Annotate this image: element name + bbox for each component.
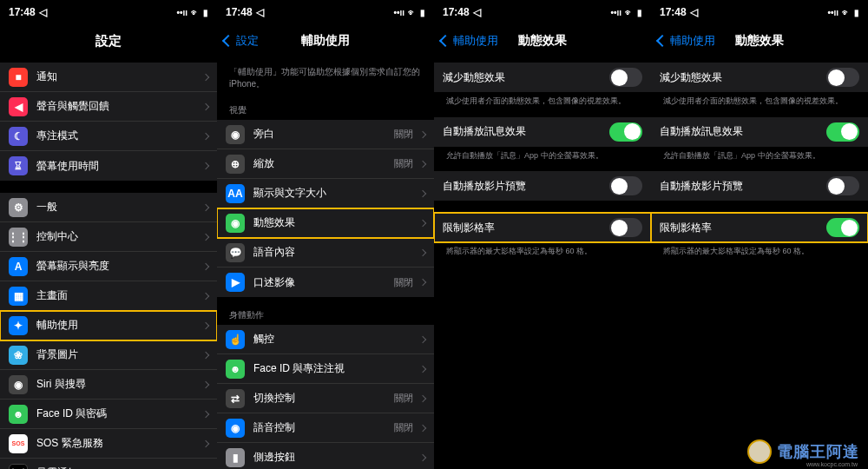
row-label: 聲音與觸覺回饋 <box>36 99 200 114</box>
row-label: 觸控 <box>253 332 417 347</box>
settings-row[interactable]: ▦主畫面 <box>0 281 217 311</box>
signal-icon: ••ıı <box>827 8 838 17</box>
settings-row[interactable]: ▮側邊按鈕 <box>217 443 434 469</box>
reduce-motion-toggle[interactable] <box>826 68 859 87</box>
settings-row[interactable]: ◉Siri 與搜尋 <box>0 370 217 400</box>
chevron-right-icon <box>419 424 426 431</box>
limit-framerate-row[interactable]: 限制影格率 <box>651 213 868 242</box>
motion-group-2: 自動播放訊息效果 <box>434 117 651 147</box>
row-value: 關閉 <box>394 392 413 405</box>
settings-row[interactable]: ⌛︎螢幕使用時間 <box>0 151 217 181</box>
autoplay-message-toggle[interactable] <box>609 122 642 142</box>
reduce-motion-footer: 減少使用者介面的動態效果，包含圖像的視差效果。 <box>651 92 868 112</box>
chevron-right-icon <box>419 130 426 137</box>
status-bar: 17:48 ◁ ••ıı ᯤ ▮ <box>0 0 217 24</box>
chevron-right-icon <box>202 380 209 387</box>
autoplay-message-row[interactable]: 自動播放訊息效果 <box>651 117 868 147</box>
back-button[interactable]: 輔助使用 <box>441 33 498 49</box>
row-label: 通知 <box>36 69 200 84</box>
row-icon: ☻ <box>9 405 28 424</box>
reduce-motion-row[interactable]: 減少動態效果 <box>434 63 651 92</box>
motion-group-4: 限制影格率 <box>651 213 868 242</box>
chevron-right-icon <box>202 73 209 80</box>
settings-row[interactable]: ⋮⋮控制中心 <box>0 222 217 252</box>
settings-row[interactable]: ■通知 <box>0 63 217 92</box>
limit-framerate-footer: 將顯示器的最大影格率設定為每秒 60 格。 <box>434 242 651 262</box>
row-label: 動態效果 <box>253 215 417 230</box>
page-title: 動態效果 <box>735 33 784 49</box>
settings-row[interactable]: ⋮⋮暴露通知 <box>0 459 217 469</box>
reduce-motion-toggle[interactable] <box>609 68 642 87</box>
settings-row[interactable]: ◀︎聲音與觸覺回饋 <box>0 92 217 122</box>
settings-row[interactable]: 💬語音內容 <box>217 238 434 268</box>
chevron-right-icon <box>202 203 209 210</box>
limit-framerate-toggle[interactable] <box>826 218 859 237</box>
chevron-right-icon <box>202 410 209 417</box>
reduce-motion-row[interactable]: 減少動態效果 <box>651 63 868 92</box>
back-button[interactable]: 輔助使用 <box>658 33 715 49</box>
autoplay-video-row[interactable]: 自動播放影片預覽 <box>434 171 651 201</box>
row-label: 旁白 <box>253 127 394 142</box>
row-label: 縮放 <box>253 156 394 171</box>
motion-group-3: 自動播放影片預覽 <box>434 171 651 201</box>
settings-row[interactable]: ⊕縮放關閉 <box>217 149 434 179</box>
watermark: 電腦王阿達 www.kocpc.com.tw <box>747 439 859 464</box>
row-icon: ⌛︎ <box>9 156 28 175</box>
settings-row[interactable]: ☾專注模式 <box>0 122 217 151</box>
row-label: Face ID 與專注注視 <box>253 361 417 376</box>
chevron-right-icon <box>202 321 209 328</box>
row-label: 主畫面 <box>36 288 200 303</box>
back-label: 輔助使用 <box>453 33 498 49</box>
settings-row[interactable]: ☝觸控 <box>217 325 434 354</box>
chevron-right-icon <box>202 439 209 446</box>
settings-row[interactable]: ▶口述影像關閉 <box>217 268 434 297</box>
settings-row[interactable]: ⚙︎一般 <box>0 193 217 222</box>
settings-row[interactable]: A螢幕顯示與亮度 <box>0 252 217 281</box>
row-label: 背景圖片 <box>36 347 200 362</box>
settings-group-1: ■通知◀︎聲音與觸覺回饋☾專注模式⌛︎螢幕使用時間 <box>0 63 217 181</box>
settings-row[interactable]: ☻Face ID 與密碼 <box>0 400 217 429</box>
autoplay-video-toggle[interactable] <box>609 176 642 195</box>
status-bar: 17:48 ◁ ••ıı ᯤ ▮ <box>217 0 434 24</box>
status-time: 17:48 <box>660 6 687 18</box>
row-icon: ⚙︎ <box>9 198 28 217</box>
limit-framerate-row[interactable]: 限制影格率 <box>434 213 651 242</box>
row-label: 顯示與文字大小 <box>253 186 417 201</box>
settings-row[interactable]: ☻Face ID 與專注注視 <box>217 354 434 384</box>
chevron-right-icon <box>202 102 209 109</box>
settings-row[interactable]: ✦輔助使用 <box>0 311 217 340</box>
row-label: 限制影格率 <box>443 221 609 235</box>
chevron-right-icon <box>419 279 426 286</box>
row-icon: ▶ <box>226 273 245 292</box>
chevron-right-icon <box>419 335 426 342</box>
row-value: 關閉 <box>394 421 413 434</box>
section-header-vision: 視覺 <box>217 99 434 120</box>
row-value: 關閉 <box>394 128 413 141</box>
settings-row[interactable]: AA顯示與文字大小 <box>217 179 434 208</box>
row-label: 自動播放訊息效果 <box>443 124 609 139</box>
autoplay-message-toggle[interactable] <box>826 122 859 142</box>
settings-row[interactable]: ◉動態效果 <box>217 208 434 238</box>
autoplay-video-row[interactable]: 自動播放影片預覽 <box>651 171 868 201</box>
settings-row[interactable]: ❀背景圖片 <box>0 340 217 370</box>
autoplay-message-row[interactable]: 自動播放訊息效果 <box>434 117 651 147</box>
phone-settings: 17:48 ◁ ••ıı ᯤ ▮ 設定 ■通知◀︎聲音與觸覺回饋☾專注模式⌛︎螢… <box>0 0 217 469</box>
location-icon: ◁ <box>690 6 698 18</box>
row-icon: ▦ <box>9 287 28 306</box>
row-label: 螢幕顯示與亮度 <box>36 259 200 274</box>
page-title: 輔助使用 <box>301 33 350 49</box>
settings-row[interactable]: SOSSOS 緊急服務 <box>0 429 217 459</box>
battery-icon: ▮ <box>420 8 425 17</box>
row-label: 切換控制 <box>253 391 394 406</box>
autoplay-video-toggle[interactable] <box>826 176 859 195</box>
back-button[interactable]: 設定 <box>224 33 259 49</box>
settings-row[interactable]: ◉旁白關閉 <box>217 120 434 149</box>
row-icon: ◀︎ <box>9 97 28 116</box>
motion-group-3: 自動播放影片預覽 <box>651 171 868 201</box>
row-icon: 💬 <box>226 243 245 262</box>
settings-row[interactable]: ◉語音控制關閉 <box>217 413 434 443</box>
settings-row[interactable]: ⇄切換控制關閉 <box>217 384 434 413</box>
phone-motion-on: 17:48 ◁ ••ıı ᯤ ▮ 輔助使用 動態效果 減少動態效果 減少使用者介… <box>651 0 868 469</box>
limit-framerate-toggle[interactable] <box>609 218 642 237</box>
row-label: Face ID 與密碼 <box>36 406 200 421</box>
